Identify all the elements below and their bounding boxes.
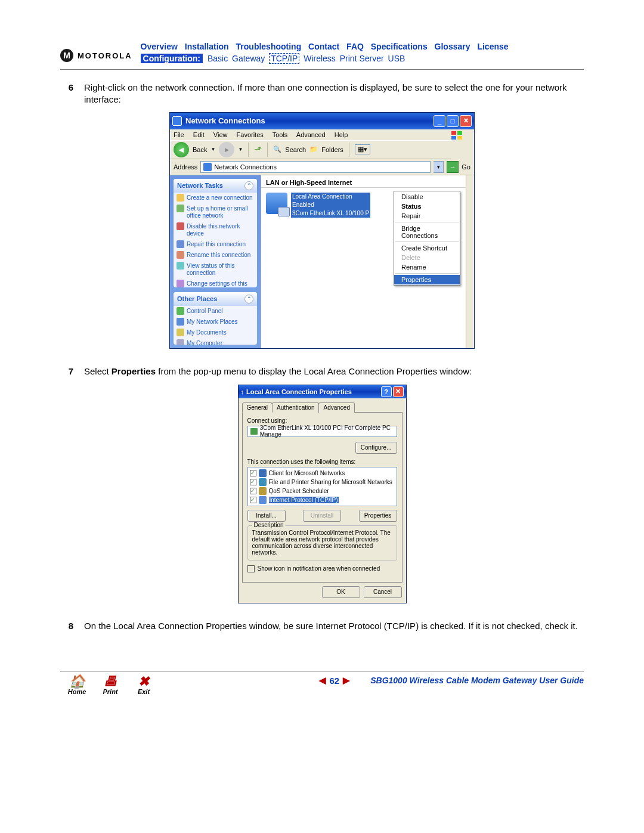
tab-advanced[interactable]: Advanced xyxy=(318,402,354,413)
search-label[interactable]: Search xyxy=(285,146,306,153)
context-menu: Disable Status Repair Bridge Connections… xyxy=(394,191,460,286)
configure-button[interactable]: Configure... xyxy=(355,442,397,454)
ctx-status[interactable]: Status xyxy=(394,202,460,211)
nav-license[interactable]: License xyxy=(477,42,508,51)
show-icon-row[interactable]: Show icon in notification area when conn… xyxy=(247,565,397,572)
item-client[interactable]: ✓Client for Microsoft Networks xyxy=(250,469,395,478)
task-rename[interactable]: Rename this connection xyxy=(174,250,257,261)
nav-faq[interactable]: FAQ xyxy=(346,42,364,51)
menu-file[interactable]: File xyxy=(174,131,184,138)
address-dropdown[interactable]: ▾ xyxy=(434,161,444,173)
menu-tools[interactable]: Tools xyxy=(273,131,288,138)
task-disable-device[interactable]: Disable this network device xyxy=(174,221,257,239)
task-setup-network[interactable]: Set up a home or small office network xyxy=(174,203,257,221)
prev-page-button[interactable]: ◀ xyxy=(319,675,326,686)
ctx-disable[interactable]: Disable xyxy=(394,192,460,202)
task-create-connection[interactable]: Create a new connection xyxy=(174,193,257,203)
place-icon xyxy=(177,329,184,336)
checkbox-icon[interactable]: ✓ xyxy=(250,497,256,503)
nav-installation[interactable]: Installation xyxy=(185,42,229,51)
go-button[interactable]: → xyxy=(447,161,459,173)
menu-view[interactable]: View xyxy=(213,131,228,138)
nic-icon xyxy=(250,428,258,435)
folders-label[interactable]: Folders xyxy=(321,146,343,153)
checkbox-icon[interactable]: ✓ xyxy=(250,479,256,485)
cancel-button[interactable]: Cancel xyxy=(364,586,402,598)
search-icon[interactable]: 🔍 xyxy=(273,145,281,153)
page-header: M MOTOROLA Overview Installation Trouble… xyxy=(60,42,584,63)
collapse-icon[interactable]: ⌃ xyxy=(244,295,253,304)
collapse-icon[interactable]: ⌃ xyxy=(244,181,253,190)
install-button[interactable]: Install... xyxy=(247,510,286,522)
ctx-rename[interactable]: Rename xyxy=(394,262,460,272)
home-button[interactable]: 🏠Home xyxy=(60,675,94,695)
task-status[interactable]: View status of this connection xyxy=(174,261,257,278)
nav-glossary[interactable]: Glossary xyxy=(435,42,470,51)
windows-flag-icon xyxy=(451,131,463,141)
ctx-repair[interactable]: Repair xyxy=(394,211,460,221)
tab-authentication[interactable]: Authentication xyxy=(272,402,319,413)
nav-basic[interactable]: Basic xyxy=(208,54,228,63)
network-tasks-header[interactable]: Network Tasks ⌃ xyxy=(174,179,257,193)
items-list[interactable]: ✓Client for Microsoft Networks ✓File and… xyxy=(247,467,397,506)
nav-troubleshooting[interactable]: Troubleshooting xyxy=(236,42,302,51)
nav-gateway[interactable]: Gateway xyxy=(232,54,265,63)
nav-print-server[interactable]: Print Server xyxy=(340,54,384,63)
tab-general[interactable]: General xyxy=(242,402,273,413)
close-button[interactable]: ✕ xyxy=(460,115,472,127)
place-control-panel[interactable]: Control Panel xyxy=(174,306,257,317)
task-settings[interactable]: Change settings of this connection xyxy=(174,278,257,287)
other-places-panel: Other Places ⌃ Control Panel My Network … xyxy=(174,292,257,345)
nav-specifications[interactable]: Specifications xyxy=(371,42,428,51)
svg-rect-1 xyxy=(457,131,462,135)
nav-contact[interactable]: Contact xyxy=(308,42,339,51)
checkbox-icon[interactable]: ✓ xyxy=(250,488,256,494)
page-number: 62 xyxy=(330,676,340,686)
place-icon xyxy=(177,318,184,326)
forward-button[interactable]: ► xyxy=(219,142,234,157)
nav-usb[interactable]: USB xyxy=(388,54,405,63)
item-properties-button[interactable]: Properties xyxy=(359,510,397,522)
menu-advanced[interactable]: Advanced xyxy=(296,131,326,138)
task-icon xyxy=(177,262,184,270)
folder-up-icon[interactable]: ⬏ xyxy=(254,144,262,155)
folders-icon[interactable]: 📁 xyxy=(309,145,318,153)
checkbox-icon[interactable]: ✓ xyxy=(250,470,256,476)
maximize-button[interactable]: □ xyxy=(447,115,459,127)
address-bar: Address Network Connections ▾ → Go xyxy=(170,159,474,175)
place-documents[interactable]: My Documents xyxy=(174,327,257,338)
menu-edit[interactable]: Edit xyxy=(193,131,205,138)
nav-overview[interactable]: Overview xyxy=(141,42,178,51)
dialog-close-button[interactable]: ✕ xyxy=(393,386,404,397)
next-page-button[interactable]: ▶ xyxy=(343,675,350,686)
item-file-sharing[interactable]: ✓File and Printer Sharing for Microsoft … xyxy=(250,478,395,487)
menu-favorites[interactable]: Favorites xyxy=(237,131,264,138)
task-repair[interactable]: Repair this connection xyxy=(174,239,257,250)
scrollbar[interactable] xyxy=(466,175,474,348)
item-tcpip[interactable]: ✓Internet Protocol (TCP/IP) xyxy=(250,496,395,504)
ctx-properties[interactable]: Properties xyxy=(394,275,460,284)
back-button[interactable]: ◄ xyxy=(174,142,189,157)
place-network-places[interactable]: My Network Places xyxy=(174,317,257,327)
view-icon[interactable]: ▦▾ xyxy=(355,144,370,154)
svg-rect-0 xyxy=(451,131,456,135)
ok-button[interactable]: OK xyxy=(322,586,360,598)
show-icon-checkbox[interactable] xyxy=(247,565,255,572)
item-qos[interactable]: ✓QoS Packet Scheduler xyxy=(250,487,395,496)
nav-tcpip[interactable]: TCP/IP xyxy=(269,53,299,64)
exit-button[interactable]: ✖Exit xyxy=(127,675,160,695)
help-button[interactable]: ? xyxy=(381,386,392,397)
nav-wireless[interactable]: Wireless xyxy=(304,54,336,63)
show-icon-label: Show icon in notification area when conn… xyxy=(258,565,380,572)
menu-help[interactable]: Help xyxy=(335,131,348,138)
address-field[interactable]: Network Connections xyxy=(200,161,431,173)
print-button[interactable]: 🖶Print xyxy=(94,675,127,695)
minimize-button[interactable]: _ xyxy=(434,115,445,127)
description-label: Description xyxy=(252,522,286,528)
svg-rect-3 xyxy=(457,136,462,140)
window-icon xyxy=(172,116,182,126)
ctx-shortcut[interactable]: Create Shortcut xyxy=(394,243,460,253)
ctx-bridge[interactable]: Bridge Connections xyxy=(394,224,460,240)
other-places-header[interactable]: Other Places ⌃ xyxy=(174,292,257,306)
place-computer[interactable]: My Computer xyxy=(174,338,257,345)
